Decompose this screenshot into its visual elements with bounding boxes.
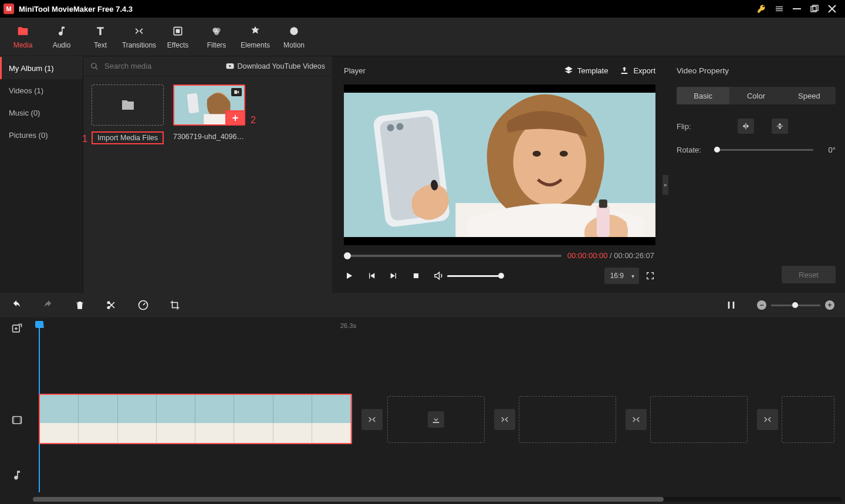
add-clip-button[interactable]: + (225, 110, 245, 126)
transition-slot[interactable] (757, 409, 778, 430)
search-input[interactable] (104, 62, 219, 70)
timeline-scrollbar[interactable] (33, 497, 841, 502)
video-track[interactable] (33, 394, 841, 444)
redo-button[interactable] (42, 299, 54, 311)
delete-button[interactable] (74, 299, 86, 311)
rotate-slider[interactable] (714, 149, 813, 151)
export-button[interactable]: Export (620, 66, 655, 75)
svg-rect-25 (414, 273, 418, 278)
import-media-tile[interactable] (92, 84, 164, 126)
volume-slider[interactable] (447, 275, 501, 277)
flip-label: Flip: (677, 122, 707, 131)
seek-bar[interactable]: 00:00:00:00 / 00:00:26:07 (344, 251, 655, 260)
tab-motion[interactable]: Motion (275, 18, 313, 56)
transition-slot[interactable] (361, 409, 383, 430)
media-clip-thumbnail[interactable]: + (173, 84, 245, 126)
aspect-ratio-value: 16:9 (610, 272, 624, 280)
app-logo: M (4, 4, 14, 14)
prev-frame-button[interactable] (366, 270, 377, 281)
player-title: Player (344, 66, 366, 75)
timeline-clip[interactable] (39, 394, 352, 444)
crop-button[interactable] (169, 299, 181, 311)
search-icon (90, 62, 99, 70)
key-icon[interactable] (757, 4, 766, 13)
panel-collapse-handle[interactable]: ▸ (663, 175, 668, 195)
folder-icon (120, 98, 136, 112)
tab-transitions[interactable]: Transitions (120, 18, 158, 56)
transition-slot[interactable] (626, 409, 647, 430)
property-panel: Video Property Basic Color Speed Flip: R… (667, 56, 845, 293)
elements-icon (249, 25, 261, 38)
annotation-1: 1 (82, 134, 87, 144)
property-title: Video Property (667, 56, 845, 84)
media-clip-label: 7306719-uhd_4096… (173, 133, 245, 141)
tab-filters-label: Filters (207, 41, 227, 49)
svg-rect-0 (793, 8, 801, 9)
video-track-icon (11, 414, 23, 427)
stop-button[interactable] (411, 270, 421, 281)
motion-icon (288, 25, 300, 38)
flip-horizontal-button[interactable] (738, 119, 754, 134)
rotate-label: Rotate: (677, 146, 707, 154)
tab-speed[interactable]: Speed (783, 87, 836, 104)
svg-rect-12 (187, 93, 200, 114)
empty-clip-slot[interactable] (650, 396, 748, 443)
undo-button[interactable] (11, 299, 22, 311)
tab-audio-label: Audio (53, 41, 71, 49)
zoom-in-button[interactable]: + (825, 300, 834, 310)
timeline-ruler[interactable]: 0s 26.3s (33, 321, 845, 334)
volume-icon[interactable] (433, 270, 444, 281)
tab-elements[interactable]: Elements (236, 18, 275, 56)
tab-effects[interactable]: Effects (158, 18, 197, 56)
fullscreen-button[interactable] (645, 270, 655, 281)
music-note-icon (56, 25, 67, 38)
menu-icon[interactable] (775, 4, 784, 13)
svg-point-17 (560, 151, 568, 157)
empty-clip-slot[interactable] (519, 396, 616, 443)
tab-media[interactable]: Media (4, 18, 42, 56)
empty-clip-slot[interactable] (387, 396, 485, 443)
close-icon[interactable] (827, 4, 837, 13)
download-youtube-button[interactable]: Download YouTube Videos (225, 62, 325, 70)
next-frame-button[interactable] (388, 270, 399, 281)
add-track-button[interactable] (11, 322, 23, 335)
svg-rect-33 (13, 417, 15, 424)
sidebar-item-my-album[interactable]: My Album (1) (0, 57, 83, 79)
aspect-ratio-select[interactable]: 16:9 (604, 268, 639, 284)
reset-button[interactable]: Reset (782, 266, 836, 283)
split-button[interactable] (106, 299, 117, 311)
play-button[interactable] (344, 270, 354, 281)
layers-icon (564, 66, 573, 75)
sidebar-item-videos[interactable]: Videos (1) (0, 79, 83, 102)
overlay-track[interactable] (33, 339, 841, 367)
player-panel: Player Template Export (336, 56, 664, 293)
tab-color[interactable]: Color (729, 87, 782, 104)
minimize-icon[interactable] (792, 4, 802, 13)
tab-text[interactable]: Text (81, 18, 120, 56)
template-button[interactable]: Template (564, 66, 609, 75)
tab-filters[interactable]: Filters (197, 18, 236, 56)
zoom-out-button[interactable]: − (757, 300, 766, 310)
import-media-label: Import Media Files (92, 131, 164, 144)
sidebar-item-pictures[interactable]: Pictures (0) (0, 124, 83, 146)
tab-elements-label: Elements (241, 41, 270, 49)
tab-transitions-label: Transitions (122, 41, 156, 49)
sidebar-item-music[interactable]: Music (0) (0, 102, 83, 124)
empty-clip-slot[interactable] (782, 396, 834, 443)
top-toolbar: Media Audio Text Transitions Effects Fil… (0, 18, 845, 56)
total-time: 00:00:26:07 (614, 251, 654, 260)
download-icon (428, 411, 444, 428)
tab-audio[interactable]: Audio (42, 18, 81, 56)
transition-slot[interactable] (494, 409, 515, 430)
annotation-2: 2 (251, 115, 256, 126)
audio-track[interactable] (33, 468, 841, 496)
flip-vertical-button[interactable] (772, 119, 788, 134)
auto-fit-button[interactable] (725, 299, 737, 311)
maximize-icon[interactable] (810, 4, 819, 13)
tab-basic[interactable]: Basic (677, 87, 729, 104)
tab-motion-label: Motion (283, 41, 305, 49)
zoom-slider[interactable] (771, 305, 820, 306)
svg-rect-4 (176, 29, 180, 33)
filters-icon (211, 25, 222, 38)
speed-button[interactable] (137, 299, 149, 311)
